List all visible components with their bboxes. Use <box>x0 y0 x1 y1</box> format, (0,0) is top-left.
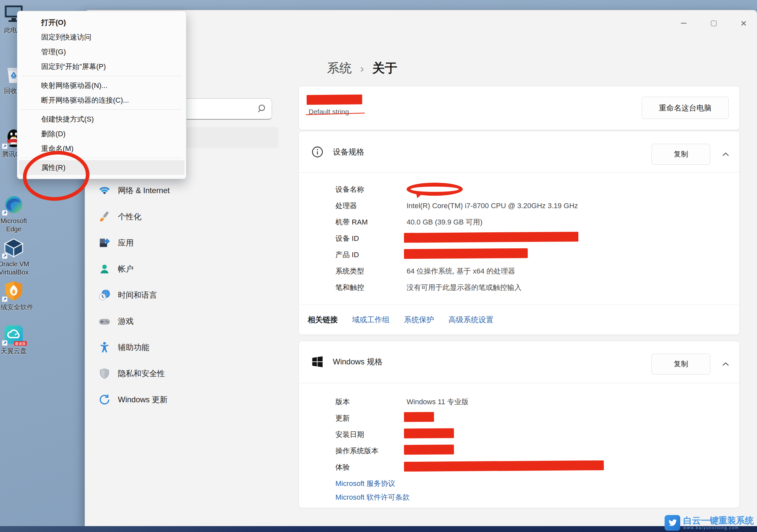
shortcut-arrow-icon <box>2 210 8 216</box>
huorong-icon <box>3 280 24 301</box>
menu-item-label: 固定到快速访问 <box>41 32 91 42</box>
spec-label: 处理器 <box>335 201 407 211</box>
redacted-text: Windows Feature Experience Pack 421.1740… <box>407 463 563 471</box>
redacted-text: 21H2 <box>407 414 423 422</box>
virtualbox-icon <box>3 237 24 258</box>
spec-row: 设备名称 <box>335 181 726 198</box>
windows-update-icon <box>98 393 111 406</box>
shortcut-arrow-icon <box>2 297 8 302</box>
windows-specs-title: Windows 规格 <box>333 357 382 367</box>
desktop-icon-edge[interactable]: Microsoft Edge <box>0 194 27 233</box>
spec-value: 40.0 GB (39.9 GB 可用) <box>407 217 482 227</box>
spec-row: 操作系统版本22000.65 <box>335 443 726 459</box>
speed-badge: 极速版 <box>14 341 27 346</box>
sidebar-item-label: 辅助功能 <box>118 342 149 353</box>
spec-row: 处理器Intel(R) Core(TM) i7-8700 CPU @ 3.20G… <box>335 198 726 214</box>
sidebar-item-accessibility[interactable]: 辅助功能 <box>93 337 278 357</box>
menu-item-label: 删除(D) <box>41 129 66 139</box>
related-link-1[interactable]: 系统保护 <box>404 315 434 325</box>
menu-divider <box>21 76 182 76</box>
tianyi-cloud-icon: 极速版 <box>3 324 24 345</box>
redaction-circle <box>407 183 463 196</box>
close-button[interactable]: × <box>736 16 751 31</box>
watermark: 白云一键重装系统 www.baiyunxitong.com <box>665 515 754 531</box>
minimize-icon <box>681 23 686 23</box>
menu-item-1[interactable]: 固定到快速访问 <box>19 30 185 45</box>
menu-item-3[interactable]: 固定到“开始”屏幕(P) <box>19 59 185 74</box>
maximize-button[interactable] <box>706 16 721 31</box>
chevron-up-icon[interactable] <box>720 149 731 160</box>
sidebar-item-label: 网络 & Internet <box>118 185 170 196</box>
ms-services-link[interactable]: Microsoft 服务协议 <box>335 479 395 488</box>
spec-row: 版本Windows 11 专业版 <box>335 394 726 410</box>
taskbar-strip <box>0 526 757 532</box>
sidebar-item-wifi[interactable]: 网络 & Internet <box>93 181 278 200</box>
related-links-label: 相关链接 <box>308 315 338 325</box>
chevron-up-icon[interactable] <box>720 359 731 370</box>
menu-item-4[interactable]: 映射网络驱动器(N)... <box>19 78 185 93</box>
spec-label: 设备 ID <box>335 234 407 243</box>
menu-divider <box>21 110 182 110</box>
sidebar-item-personalization[interactable]: 个性化 <box>93 207 278 227</box>
breadcrumb-separator: › <box>360 61 364 75</box>
sidebar-item-label: 游戏 <box>118 316 134 327</box>
device-name-card: EZE-2021CH Default string 重命名这台电脑 <box>298 86 740 130</box>
spec-label: 操作系统版本 <box>335 446 407 456</box>
menu-item-7[interactable]: 删除(D) <box>19 126 185 141</box>
accounts-icon <box>98 263 111 275</box>
sidebar-item-windows-update[interactable]: Windows 更新 <box>93 390 278 409</box>
redaction-bar <box>307 94 362 105</box>
bird-icon <box>665 515 680 531</box>
menu-item-6[interactable]: 创建快捷方式(S) <box>19 112 185 126</box>
related-link-2[interactable]: 高级系统设置 <box>448 315 494 325</box>
spec-value: Windows 11 专业版 <box>407 397 469 407</box>
spec-row: 系统类型64 位操作系统, 基于 x64 的处理器 <box>335 263 726 279</box>
copy-device-specs-button[interactable]: 复制 <box>651 144 710 165</box>
watermark-url: www.baiyunxitong.com <box>683 525 754 530</box>
sidebar-item-apps[interactable]: 应用 <box>93 233 278 253</box>
sidebar-item-label: 帐户 <box>118 264 134 274</box>
spec-row: 安装日期2021/7/19 <box>335 426 726 443</box>
sidebar-item-time-language[interactable]: 时间和语言 <box>93 285 278 305</box>
spec-label: 系统类型 <box>335 266 407 276</box>
spec-value: 没有可用于此显示器的笔或触控输入 <box>407 283 522 293</box>
sidebar-item-accounts[interactable]: 帐户 <box>93 259 278 279</box>
desktop-icon-label: Microsoft Edge <box>0 217 33 233</box>
spec-value: 21H2 <box>407 414 423 422</box>
related-link-0[interactable]: 域或工作组 <box>352 315 390 325</box>
menu-item-2[interactable]: 管理(G) <box>19 45 185 59</box>
rename-pc-button[interactable]: 重命名这台电脑 <box>642 97 729 119</box>
minimize-button[interactable] <box>676 16 691 31</box>
sidebar-item-label: 个性化 <box>118 211 141 222</box>
sidebar-item-label: 隐私和安全性 <box>118 368 165 379</box>
copy-windows-specs-button[interactable]: 复制 <box>651 354 710 374</box>
menu-item-label: 打开(O) <box>41 18 66 27</box>
breadcrumb-system[interactable]: 系统 <box>327 60 352 77</box>
maximize-icon <box>711 20 716 26</box>
sidebar-item-gaming[interactable]: 游戏 <box>93 311 278 331</box>
redaction-bar <box>404 248 528 259</box>
sidebar-item-label: 应用 <box>118 237 134 248</box>
redacted-text: 00330-00000-00000-AA461 <box>407 251 491 259</box>
menu-item-5[interactable]: 断开网络驱动器的连接(C)... <box>19 93 185 108</box>
close-icon: × <box>741 18 747 28</box>
redaction-bar <box>404 428 454 438</box>
desktop-icon-huorong[interactable]: 火绒安全软件 <box>0 280 27 311</box>
spec-label: 体验 <box>335 462 407 472</box>
spec-label: 更新 <box>335 413 407 423</box>
menu-item-label: 创建快捷方式(S) <box>41 114 94 124</box>
ms-license-link[interactable]: Microsoft 软件许可条款 <box>335 492 409 502</box>
breadcrumb: 系统 › 关于 <box>327 60 397 77</box>
desktop-icon-virtualbox[interactable]: Oracle VM VirtualBox <box>0 237 27 276</box>
wifi-icon <box>98 184 111 197</box>
menu-item-0[interactable]: 打开(O) <box>19 15 185 30</box>
menu-item-label: 映射网络驱动器(N)... <box>41 81 107 90</box>
spec-row: 更新21H2 <box>335 410 726 426</box>
shortcut-arrow-icon <box>2 253 8 259</box>
sidebar-item-privacy[interactable]: 隐私和安全性 <box>93 364 278 383</box>
spec-row: 产品 ID00330-00000-00000-AA461 <box>335 247 726 263</box>
spec-row: 机带 RAM40.0 GB (39.9 GB 可用) <box>335 214 726 231</box>
shortcut-arrow-icon <box>2 340 8 346</box>
search-icon <box>256 103 267 114</box>
desktop-icon-tianyi-cloud[interactable]: 极速版天翼云盘 <box>0 324 27 355</box>
